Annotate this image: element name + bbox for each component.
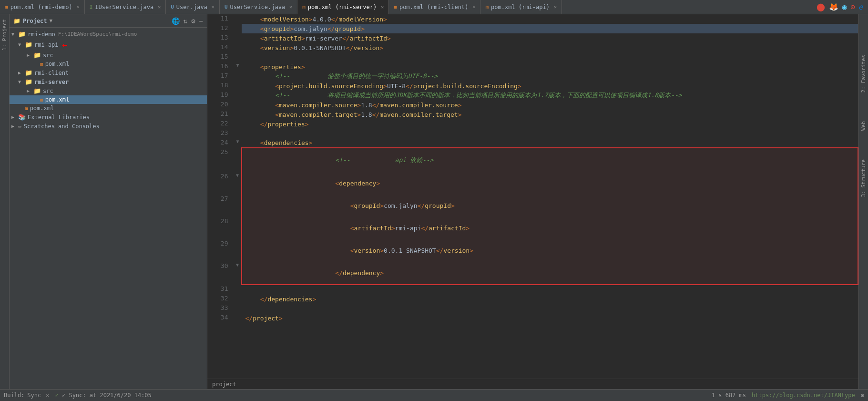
tree-label: rmi-client [34,70,69,76]
dropdown-icon[interactable]: ▼ [50,18,53,24]
settings-gear-icon[interactable]: ⚙ [861,392,864,399]
table-row: 31 [207,285,858,294]
expand-arrow: ▶ [11,123,18,129]
tree-item-rmi-server-pom[interactable]: m pom.xml [10,95,207,104]
tab-pom-rmi-server[interactable]: m pom.xml (rmi-server) ✕ [297,0,389,14]
tree-label: rmi-demo [28,31,55,38]
chrome-icon[interactable]: ⬤ [817,2,825,11]
line-content: <groupId>com.jalyn</groupId> [242,195,858,217]
tab-label: pom.xml (rmi-client) [399,4,469,10]
line-gutter: ▼ [234,62,242,72]
pom-icon: m [5,4,8,10]
table-row: 33 [207,304,858,313]
table-row: 24 ▼ <dependencies> [207,138,858,148]
expand-arrow: ▼ [18,42,25,47]
line-gutter [234,33,242,43]
tree-item-external-libs[interactable]: ▶ 📚 External Libraries [10,113,207,122]
tab-close-icon[interactable]: ✕ [554,4,557,10]
table-row: 32 </dependencies> [207,294,858,304]
line-gutter [234,217,242,239]
opera-icon[interactable]: ⊙ [850,2,855,11]
tab-close-icon[interactable]: ✕ [289,4,292,10]
line-number: 30 [207,262,234,285]
tree-item-rmi-api[interactable]: ▼ 📁 rmi-api ← [10,39,207,51]
table-row: 18 <project.build.sourceEncoding>UTF-8</… [207,81,858,91]
settings-icon[interactable]: ⚙ [191,17,195,25]
tree-path: F:\IDEAWordSpace\rmi-demo [58,31,137,37]
table-row: 14 <version>0.0.1-SNAPSHOT</version> [207,43,858,52]
line-number: 31 [207,285,234,294]
minimize-icon[interactable]: − [199,17,203,25]
tab-pom-rmi-client[interactable]: m pom.xml (rmi-client) ✕ [389,0,480,14]
fold-icon[interactable]: ▼ [236,262,239,267]
tab-userservice[interactable]: U UserService.java ✕ [220,0,297,14]
sync-close[interactable]: ✕ [46,392,49,399]
tree-item-rmi-demo[interactable]: ▼ 📁 rmi-demo F:\IDEAWordSpace\rmi-demo [10,30,207,39]
pom-icon: m [302,4,306,10]
tree-item-rmi-server-src[interactable]: ▶ 📁 src [10,86,207,95]
breadcrumb-bar: project [207,379,858,389]
tab-close-icon[interactable]: ✕ [77,4,80,10]
line-number: 25 [207,148,234,172]
tab-pom-rmi-api[interactable]: m pom.xml (rmi-api) ✕ [480,0,562,14]
tree-label: rmi-api [34,41,59,48]
project-title[interactable]: 📁 Project ▼ [13,18,52,24]
java-icon: I [90,4,93,10]
table-row: 16 ▼ <properties> [207,62,858,72]
tree-label: rmi-server [34,79,69,85]
sort-icon[interactable]: ⇅ [184,17,187,25]
line-gutter [234,239,242,262]
expand-arrow: ▶ [18,70,25,75]
line-gutter: ▼ [234,262,242,285]
line-number: 22 [207,119,234,129]
table-row: 25 <!-- api 依赖--> [207,148,858,172]
table-row: 29 <version>0.0.1-SNAPSHOT</version> [207,239,858,262]
line-number: 24 [207,138,234,148]
tab-user[interactable]: U User.java ✕ [166,0,220,14]
folder-icon: 📁 [13,18,20,24]
tab-close-icon[interactable]: ✕ [212,4,214,10]
tree-item-rmi-api-src[interactable]: ▶ 📁 src [10,51,207,60]
globe-icon[interactable]: 🌐 [172,17,180,25]
tree-item-scratches[interactable]: ▶ ✏ Scratches and Consoles [10,122,207,131]
table-row: 28 <artifactId>rmi-api</artifactId> [207,217,858,239]
tab-close-icon[interactable]: ✕ [472,4,475,10]
line-number: 20 [207,100,234,110]
tree-item-root-pom[interactable]: m pom.xml [10,104,207,113]
line-gutter [234,313,242,323]
csdn-url[interactable]: https://blog.csdn.net/JIANtype [752,392,855,399]
firefox-icon[interactable]: 🦊 [829,2,838,11]
line-gutter [234,81,242,91]
line-gutter [234,294,242,304]
vtab-project[interactable]: 1: Project [0,17,9,53]
tree-item-rmi-client[interactable]: ▶ 📁 rmi-client [10,68,207,77]
tab-pom-rmi-demo[interactable]: m pom.xml (rmi-demo) ✕ [0,0,85,14]
sync-tab[interactable]: Sync [27,392,41,399]
edge-icon[interactable]: ◉ [842,2,847,11]
right-vtab-strip: 2: Favorites Web 3: Structure [858,14,868,389]
code-view[interactable]: 11 <modelVersion>4.0.0</modelVersion> 12… [207,14,858,379]
tab-iuserservice[interactable]: I IUserService.java ✕ [85,0,166,14]
line-gutter [234,304,242,313]
vtab-web[interactable]: Web [859,119,868,133]
ie-icon[interactable]: ℯ [859,2,863,11]
fold-icon[interactable]: ▼ [236,173,239,178]
tab-label: UserService.java [230,4,286,10]
fold-icon[interactable]: ▼ [236,139,239,144]
tab-close-icon[interactable]: ✕ [381,4,384,10]
tab-label: pom.xml (rmi-api) [491,4,550,10]
line-content: </dependency> [242,262,858,285]
line-content [242,129,858,138]
line-content: <!-- 将项目编译成当前所用的JDK版本不同的版本，比如当前项目所使用的版本为… [242,91,858,100]
line-content: <!-- 使整个项目的统一字符编码为UTF-8--> [242,72,858,81]
tree-label: Scratches and Consoles [24,123,100,130]
tree-item-rmi-server[interactable]: ▼ 📁 rmi-server [10,77,207,86]
tab-close-icon[interactable]: ✕ [158,4,161,10]
line-gutter [234,14,242,24]
tree-item-rmi-api-pom[interactable]: m pom.xml [10,60,207,68]
vtab-structure[interactable]: 3: Structure [859,157,868,199]
fold-icon[interactable]: ▼ [236,62,239,68]
vtab-favorites[interactable]: 2: Favorites [859,52,868,95]
java-icon: U [225,4,228,10]
table-row: 17 <!-- 使整个项目的统一字符编码为UTF-8--> [207,72,858,81]
